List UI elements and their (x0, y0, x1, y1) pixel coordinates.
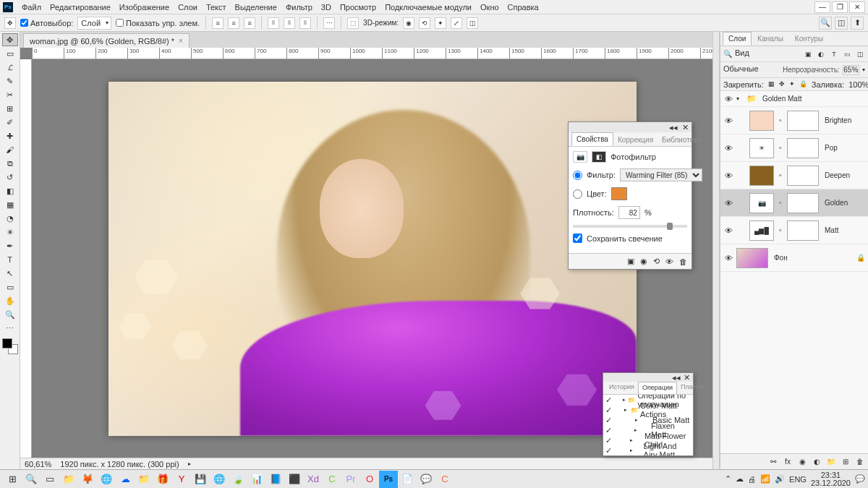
app-icon[interactable]: C (323, 471, 341, 488)
blend-mode-select[interactable]: Обычные (723, 64, 780, 76)
move-tool-icon[interactable]: ✥ (4, 17, 16, 29)
distribute-icon[interactable]: ⫴ (299, 17, 311, 29)
lock-position-icon[interactable]: ✥ (779, 80, 785, 89)
layer-group[interactable]: 👁 ▾ 📁 Golden Matt (720, 91, 868, 107)
filter-adjust-icon[interactable]: ◐ (816, 49, 826, 59)
shape-tool[interactable]: ▭ (2, 281, 18, 294)
link-icon[interactable]: ⚬ (777, 227, 784, 234)
collapse-icon[interactable]: ◂◂ (669, 123, 678, 132)
layer-thumb[interactable] (749, 166, 774, 186)
link-icon[interactable]: ⚬ (777, 172, 784, 179)
layer-row[interactable]: 👁 ▄▆█ ⚬ Matt (720, 217, 868, 244)
tray-up-icon[interactable]: ⌃ (725, 474, 731, 484)
tab-layers[interactable]: Слои (723, 32, 752, 46)
layer-thumb[interactable]: 📷 (749, 193, 774, 213)
frame-tool[interactable]: ⊞ (2, 102, 18, 115)
workspace-icon[interactable]: ◫ (835, 17, 848, 30)
app-icon[interactable]: 📄 (398, 471, 417, 488)
group-icon[interactable]: 📁 (826, 457, 836, 467)
menu-3d[interactable]: 3D (317, 3, 336, 12)
filter-select[interactable]: Warming Filter (85) (620, 168, 702, 181)
lock-pixels-icon[interactable]: ▦ (768, 80, 775, 89)
layer-mask[interactable] (787, 221, 819, 241)
app-icon[interactable]: 🦊 (78, 471, 97, 488)
clip-icon[interactable]: ▣ (627, 257, 634, 266)
tray-sound-icon[interactable]: 🔊 (775, 474, 785, 484)
fx-icon[interactable]: fx (783, 457, 793, 467)
visibility-icon[interactable]: 👁 (723, 95, 733, 103)
layer-row[interactable]: 👁 📷 ⚬ Golden (720, 189, 868, 217)
3d-icon[interactable]: ⤢ (451, 17, 462, 29)
color-radio[interactable] (573, 189, 582, 199)
move-tool[interactable]: ✥ (2, 33, 18, 46)
menu-select[interactable]: Выделение (231, 3, 281, 12)
layer-filter-select[interactable]: Вид (735, 48, 800, 60)
app-icon[interactable]: 💬 (417, 471, 435, 488)
tray-clock[interactable]: 23:3123.12.2020 (811, 471, 851, 487)
align-icon[interactable]: ≡ (244, 17, 255, 29)
layer-mask[interactable] (787, 138, 819, 158)
layer-mask[interactable] (787, 193, 819, 213)
app-icon[interactable]: C (435, 471, 454, 488)
zoom-level[interactable]: 60,61% (25, 460, 51, 468)
layer-thumb[interactable] (736, 248, 768, 268)
density-slider[interactable] (573, 225, 687, 228)
app-icon[interactable]: O (360, 471, 379, 488)
distribute-icon[interactable]: ⫴ (284, 17, 295, 29)
density-input[interactable] (618, 206, 640, 219)
visibility-icon[interactable]: 👁 (723, 254, 733, 262)
app-icon[interactable]: ☁ (116, 471, 135, 488)
menu-image[interactable]: Изображение (115, 3, 174, 12)
app-icon[interactable]: Ps (379, 471, 398, 488)
share-icon[interactable]: ⬆ (851, 17, 864, 30)
layer-mask[interactable] (787, 111, 819, 131)
tab-actions[interactable]: Операции (638, 382, 677, 394)
path-tool[interactable]: ↖ (2, 267, 18, 280)
align-icon[interactable]: ≡ (212, 17, 224, 29)
marquee-tool[interactable]: ▭ (2, 47, 18, 60)
opacity-value[interactable]: 65% (843, 65, 859, 75)
3d-icon[interactable]: ◉ (403, 17, 414, 29)
tab-libraries[interactable]: Библиотеки (658, 134, 705, 146)
fill-value[interactable]: 100% (848, 80, 868, 89)
color-swatches[interactable] (2, 338, 18, 354)
eyedropper-tool[interactable]: ✐ (2, 116, 18, 129)
crop-tool[interactable]: ✂ (2, 88, 18, 101)
tray-print-icon[interactable]: 🖨 (748, 475, 756, 484)
menu-plugins[interactable]: Подключаемые модули (380, 3, 476, 12)
lock-all-icon[interactable]: ✦ (789, 80, 795, 89)
filter-shape-icon[interactable]: ▭ (842, 49, 852, 59)
app-icon[interactable]: Y (172, 471, 191, 488)
trash-icon[interactable]: 🗑 (855, 457, 865, 467)
tab-properties[interactable]: Свойства (571, 132, 613, 146)
task-view-icon[interactable]: ▭ (41, 471, 59, 488)
tab-adjustments[interactable]: Коррекция (613, 134, 658, 146)
history-brush-tool[interactable]: ↺ (2, 171, 18, 184)
collapse-icon[interactable]: ◂◂ (672, 373, 681, 382)
app-icon[interactable]: 💾 (191, 471, 210, 488)
layer-row[interactable]: 👁 ⚬ Deepen (720, 162, 868, 189)
layer-mask[interactable] (787, 166, 819, 186)
tray-cloud-icon[interactable]: ☁ (736, 474, 744, 484)
menu-window[interactable]: Окно (476, 3, 503, 12)
type-tool[interactable]: T (2, 253, 18, 266)
start-icon[interactable]: ⊞ (3, 471, 22, 488)
pen-tool[interactable]: ✒ (2, 239, 18, 252)
search-icon[interactable]: 🔍 (819, 17, 832, 30)
zoom-tool[interactable]: 🔍 (2, 308, 18, 321)
app-icon[interactable]: 📊 (247, 471, 266, 488)
window-close-icon[interactable]: ✕ (849, 1, 865, 13)
tab-channels[interactable]: Каналы (752, 32, 789, 46)
layer-row[interactable]: 👁 ⚬ Brighten (720, 107, 868, 134)
autoselect-type-select[interactable]: Слой (77, 17, 111, 30)
fold-icon[interactable]: ▾ (736, 95, 744, 102)
link-layers-icon[interactable]: ⚯ (768, 457, 778, 467)
filter-radio[interactable] (573, 171, 582, 180)
link-icon[interactable]: ⚬ (777, 145, 784, 152)
window-restore-icon[interactable]: ❐ (832, 1, 848, 13)
eraser-tool[interactable]: ◧ (2, 184, 18, 197)
close-icon[interactable]: ✕ (682, 123, 689, 132)
adjustment-icon[interactable]: ◐ (812, 457, 822, 467)
3d-icon[interactable]: ⟲ (419, 17, 430, 29)
lock-icon[interactable]: 🔒 (799, 80, 807, 89)
